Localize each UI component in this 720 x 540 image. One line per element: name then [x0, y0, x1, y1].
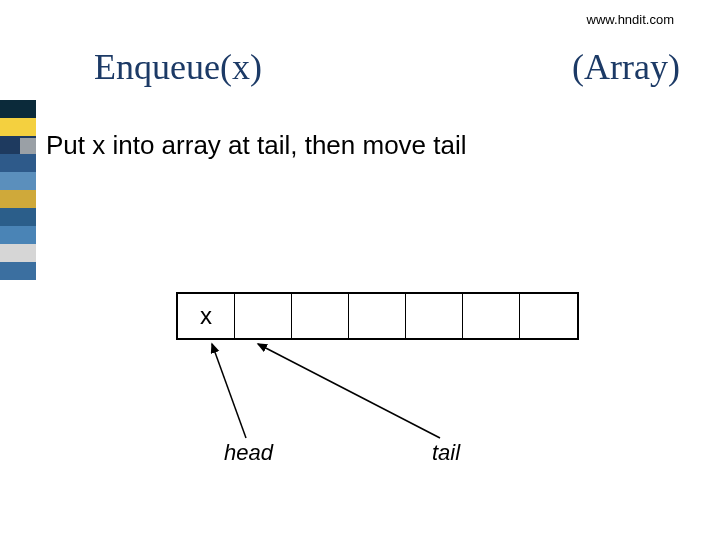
- sidebar-block: [0, 244, 36, 262]
- tail-arrow: [258, 344, 440, 438]
- title-left: Enqueue(x): [94, 46, 262, 88]
- array-cell: [520, 294, 577, 338]
- sidebar-block: [0, 100, 36, 118]
- bullet-icon: [20, 138, 36, 154]
- sidebar-block: [0, 226, 36, 244]
- decorative-sidebar: [0, 100, 36, 280]
- title-right: (Array): [572, 46, 680, 88]
- array-cell: [349, 294, 406, 338]
- array-diagram: x: [176, 292, 579, 340]
- array-cell: x: [178, 294, 235, 338]
- sidebar-block: [0, 208, 36, 226]
- array-cell: [292, 294, 349, 338]
- bullet-item: Put x into array at tail, then move tail: [20, 130, 700, 161]
- array-cell: [406, 294, 463, 338]
- tail-label: tail: [432, 440, 460, 466]
- bullet-text: Put x into array at tail, then move tail: [46, 130, 467, 161]
- sidebar-block: [0, 262, 36, 280]
- array-cell: [463, 294, 520, 338]
- slide-title: Enqueue(x) (Array): [94, 46, 680, 88]
- head-arrow: [212, 344, 246, 438]
- source-url: www.hndit.com: [587, 12, 674, 27]
- sidebar-block: [0, 172, 36, 190]
- sidebar-block: [0, 190, 36, 208]
- array-cell: [235, 294, 292, 338]
- head-label: head: [224, 440, 273, 466]
